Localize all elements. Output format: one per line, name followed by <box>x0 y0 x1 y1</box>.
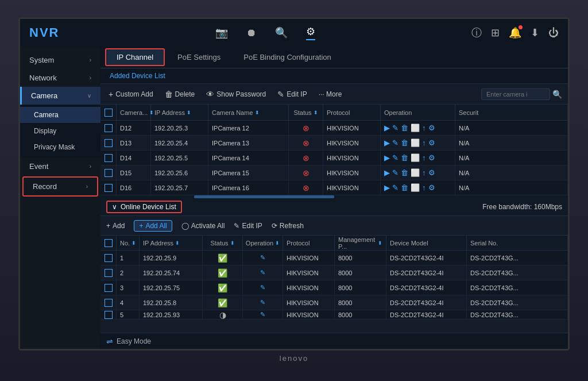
delete-button[interactable]: 🗑 Delete <box>163 88 198 100</box>
delete-row-icon[interactable]: 🗑 <box>401 168 408 177</box>
up-icon[interactable]: ↑ <box>422 168 426 177</box>
td-check <box>100 166 117 180</box>
grid-icon[interactable]: ⊞ <box>491 26 500 39</box>
more-button[interactable]: ··· More <box>316 89 345 99</box>
collapse-icon[interactable]: ∨ <box>112 203 117 211</box>
tab-poe-binding[interactable]: PoE Binding Configuration <box>233 49 342 65</box>
td-protocol: HIKVISION <box>323 151 381 165</box>
play-icon[interactable]: ▶ <box>384 153 390 162</box>
td-check <box>100 180 117 195</box>
edit-icon[interactable]: ✎ <box>392 168 399 177</box>
sidebar-sub-display[interactable]: Display <box>20 123 100 139</box>
play-icon[interactable]: ▶ <box>384 138 390 147</box>
device-edit-icon[interactable]: ✎ <box>260 311 265 318</box>
sidebar-item-event[interactable]: Event › <box>20 157 100 175</box>
edit-icon[interactable]: ✎ <box>392 138 399 147</box>
edit-icon[interactable]: ✎ <box>392 124 399 132</box>
add-all-button[interactable]: + Add All <box>134 220 172 232</box>
gear-icon[interactable]: ⚙ <box>428 168 435 177</box>
sidebar-item-network[interactable]: Network › <box>20 69 100 87</box>
name-sort-icon[interactable]: ⬍ <box>255 110 260 116</box>
easy-mode-label[interactable]: Easy Mode <box>117 337 151 345</box>
ostatus-sort-icon[interactable]: ⬍ <box>230 240 235 246</box>
row-checkbox[interactable] <box>105 139 113 147</box>
info-icon[interactable]: ⓘ <box>471 26 482 40</box>
device-status-ok-icon: ✅ <box>218 283 227 293</box>
custom-add-button[interactable]: + Custom Add <box>106 88 156 100</box>
online-row-checkbox[interactable] <box>105 269 113 277</box>
gear-icon[interactable]: ⚙ <box>428 138 435 147</box>
nav-camera[interactable]: 📷 <box>215 26 228 39</box>
delete-row-icon[interactable]: 🗑 <box>401 153 408 162</box>
delete-row-icon[interactable]: 🗑 <box>401 138 408 147</box>
edit-icon[interactable]: ✎ <box>392 183 399 192</box>
omgmt-sort-icon[interactable]: ⬍ <box>378 240 382 246</box>
up-icon[interactable]: ↑ <box>422 138 426 147</box>
sidebar-item-system[interactable]: System › <box>20 51 100 69</box>
refresh-button[interactable]: ⟳ Refresh <box>272 222 304 230</box>
device-edit-icon[interactable]: ✎ <box>260 254 265 261</box>
online-row-checkbox[interactable] <box>105 254 113 262</box>
nav-playback[interactable]: ⏺ <box>246 27 257 39</box>
oop-sort-icon[interactable]: ⬍ <box>275 240 280 246</box>
up-icon[interactable]: ↑ <box>422 124 426 132</box>
sidebar-item-record[interactable]: Record › <box>22 176 98 197</box>
device-edit-icon[interactable]: ✎ <box>260 284 265 291</box>
up-icon[interactable]: ↑ <box>422 153 426 162</box>
gear-icon[interactable]: ⚙ <box>428 153 435 162</box>
activate-all-button[interactable]: ◯ Activate All <box>181 222 225 230</box>
device-edit-icon[interactable]: ✎ <box>260 299 265 306</box>
sub-tab-added-device-list[interactable]: Added Device List <box>106 71 169 81</box>
power-icon[interactable]: ⏻ <box>548 27 559 39</box>
oip-sort-icon[interactable]: ⬍ <box>175 240 180 246</box>
ip-sort-icon[interactable]: ⬍ <box>187 110 191 116</box>
download-icon[interactable]: ⬇ <box>531 26 539 39</box>
tab-poe-settings[interactable]: PoE Settings <box>167 49 231 65</box>
sidebar-sub-privacy-mask[interactable]: Privacy Mask <box>20 139 100 155</box>
play-icon[interactable]: ▶ <box>384 183 390 192</box>
td-name: IPCamera 14 <box>208 151 289 165</box>
row-checkbox[interactable] <box>105 169 113 177</box>
online-row-checkbox[interactable] <box>105 311 113 319</box>
gear-icon[interactable]: ⚙ <box>428 183 435 192</box>
delete-row-icon[interactable]: 🗑 <box>401 183 408 192</box>
status-sort-icon[interactable]: ⬍ <box>314 110 318 116</box>
top-bar: NVR 📷 ⏺ 🔍 ⚙ ⓘ ⊞ 🔔 <box>20 19 568 47</box>
gear-icon[interactable]: ⚙ <box>428 124 435 132</box>
nav-search[interactable]: 🔍 <box>275 26 288 39</box>
tab-ip-channel[interactable]: IP Channel <box>105 48 165 66</box>
oth-serial: Serial No. <box>467 236 568 250</box>
delete-row-icon[interactable]: 🗑 <box>401 124 408 132</box>
online-edit-ip-button[interactable]: ✎ Edit IP <box>234 222 262 230</box>
header-checkbox[interactable] <box>105 109 113 117</box>
edit-icon[interactable]: ✎ <box>392 153 399 162</box>
row-checkbox[interactable] <box>105 154 113 162</box>
sidebar-network-arrow: › <box>90 75 91 81</box>
up-icon[interactable]: ↑ <box>422 183 426 192</box>
online-row-checkbox[interactable] <box>105 299 113 307</box>
online-header-checkbox[interactable] <box>105 239 113 247</box>
no-sort-icon[interactable]: ⬍ <box>131 240 136 246</box>
add-button[interactable]: + Add <box>106 222 125 230</box>
online-row-checkbox[interactable] <box>105 284 113 292</box>
camera-search-input[interactable] <box>481 88 550 100</box>
edit-ip-button[interactable]: ✎ Edit IP <box>275 88 309 100</box>
config-icon[interactable]: ⬜ <box>411 168 420 177</box>
device-edit-icon[interactable]: ✎ <box>260 269 265 276</box>
td-oproto: HIKVISION <box>283 251 335 265</box>
play-icon[interactable]: ▶ <box>384 168 390 177</box>
sidebar-system-label: System <box>29 56 54 64</box>
sidebar-sub-camera[interactable]: Camera <box>20 107 100 123</box>
config-icon[interactable]: ⬜ <box>411 138 420 147</box>
config-icon[interactable]: ⬜ <box>411 153 420 162</box>
config-icon[interactable]: ⬜ <box>411 124 420 132</box>
horizontal-scrollbar-thumb[interactable] <box>194 195 334 198</box>
search-submit-icon[interactable]: 🔍 <box>552 90 562 99</box>
config-icon[interactable]: ⬜ <box>411 183 420 192</box>
row-checkbox[interactable] <box>105 124 113 132</box>
row-checkbox[interactable] <box>105 184 113 192</box>
sidebar-item-camera[interactable]: Camera ∨ <box>20 87 100 105</box>
nav-settings[interactable]: ⚙ <box>306 25 315 40</box>
show-password-button[interactable]: 👁 Show Password <box>204 88 268 100</box>
play-icon[interactable]: ▶ <box>384 124 390 132</box>
